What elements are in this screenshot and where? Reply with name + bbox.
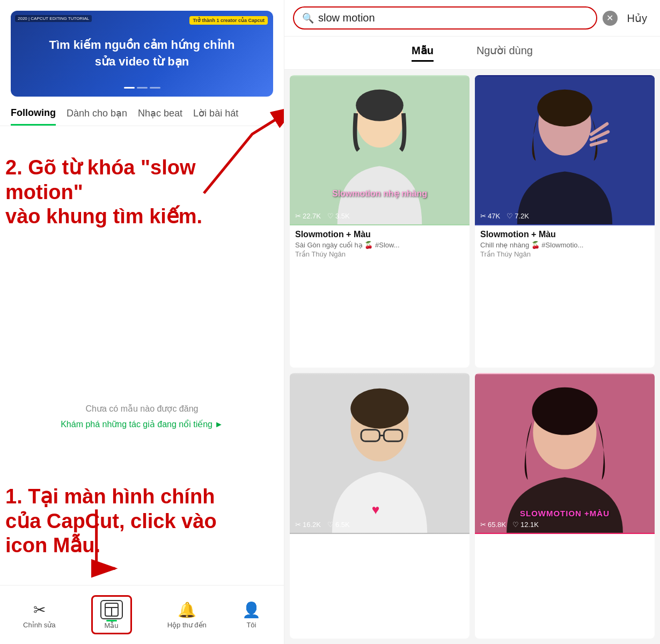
- clear-button[interactable]: ✕: [603, 11, 618, 26]
- banner-badge: Trở thành 1 creator của Capcut: [189, 16, 268, 25]
- empty-text: Chưa có mẫu nào được đăng: [0, 404, 284, 414]
- nav-mau[interactable]: Mẫu: [91, 595, 132, 634]
- tab-danh-cho-ban[interactable]: Dành cho bạn: [67, 107, 127, 126]
- nav-chinh-sua[interactable]: ✂ Chỉnh sửa: [23, 601, 55, 629]
- card4-overlay: SLOWMOTION +MÀU: [520, 509, 610, 518]
- card3-stat1: ✂16.2K: [295, 521, 321, 529]
- card1-info: Slowmotion + Màu Sài Gòn ngày cuối hạ 🍒 …: [290, 225, 470, 262]
- svg-point-20: [532, 387, 597, 435]
- cat-tab-mau[interactable]: Mẫu: [412, 44, 434, 62]
- banner-dashes: [124, 87, 160, 89]
- right-panel: 🔍 slow motion ✕ Hủy Mẫu Người dùng: [284, 0, 660, 644]
- main-tabs: Following Dành cho bạn Nhạc beat Lời bài…: [0, 107, 284, 126]
- svg-point-10: [537, 90, 592, 127]
- cancel-button[interactable]: Hủy: [623, 12, 651, 25]
- result-card-3[interactable]: ♥ ✂16.2K ♡6.5K: [290, 373, 470, 639]
- card2-stat2: ♡7.2K: [507, 212, 529, 220]
- card1-stats: ✂22.7K ♡3.5K: [295, 212, 350, 220]
- search-icon: 🔍: [302, 12, 314, 24]
- nav-mau-label: Mẫu: [105, 621, 119, 630]
- left-panel: 2020 | CAPCUT EDITING TUTORIAL Tìm kiếm …: [0, 0, 284, 644]
- card4-stat1: ✂65.8K: [480, 521, 506, 529]
- bell-icon: 🔔: [178, 601, 196, 619]
- card2-desc: Chill nhẹ nhàng 🍒 #Slowmotio...: [480, 241, 649, 249]
- search-input-wrap[interactable]: 🔍 slow motion: [293, 6, 597, 30]
- nav-chinh-sua-label: Chỉnh sửa: [23, 621, 55, 629]
- result-card-4[interactable]: SLOWMOTION +MÀU ✂65.8K ♡12.1K: [475, 373, 655, 639]
- nav-toi[interactable]: 👤 Tôi: [242, 601, 261, 629]
- scissors-icon: ✂: [33, 601, 46, 619]
- bottom-nav: ✂ Chỉnh sửa Mẫu 🔔 Hộp thư đến 👤 Tôi: [0, 585, 284, 644]
- card3-stat2: ♡6.5K: [327, 521, 350, 529]
- card4-stat2: ♡12.1K: [512, 521, 539, 529]
- card1-stat2: ♡3.5K: [327, 212, 350, 220]
- card3-stats: ✂16.2K ♡6.5K: [295, 521, 350, 529]
- card2-author: Trần Thúy Ngân: [480, 250, 649, 258]
- card-thumb-1: Slowmotion nhẹ nhàng ✂22.7K ♡3.5K: [290, 75, 470, 225]
- template-icon: [100, 600, 123, 619]
- card4-stats: ✂65.8K ♡12.1K: [480, 521, 539, 529]
- svg-text:♥: ♥: [372, 502, 380, 517]
- banner-text: Tìm kiếm nguồn cảm hứng chỉnh sửa video …: [39, 32, 246, 76]
- nav-toi-label: Tôi: [246, 621, 256, 629]
- card1-stat1: ✂22.7K: [295, 212, 321, 220]
- card-thumb-3: ♥ ✂16.2K ♡6.5K: [290, 373, 470, 534]
- results-grid: Slowmotion nhẹ nhàng ✂22.7K ♡3.5K Slowmo…: [284, 70, 660, 644]
- explore-link[interactable]: Khám phá những tác giả đang nổi tiếng ►: [0, 419, 284, 429]
- search-bar: 🔍 slow motion ✕ Hủy: [284, 0, 660, 36]
- cat-tab-nguoi-dung[interactable]: Người dùng: [476, 44, 533, 62]
- empty-state: Chưa có mẫu nào được đăng Khám phá những…: [0, 404, 284, 429]
- user-icon: 👤: [242, 601, 261, 619]
- tab-nhac-beat[interactable]: Nhạc beat: [138, 107, 182, 126]
- result-card-1[interactable]: Slowmotion nhẹ nhàng ✂22.7K ♡3.5K Slowmo…: [290, 75, 470, 368]
- tab-loi-bai-hat[interactable]: Lời bài hát: [193, 107, 238, 126]
- search-input[interactable]: slow motion: [318, 12, 588, 24]
- tab-following[interactable]: Following: [11, 107, 56, 126]
- card1-title: Slowmotion + Màu: [295, 230, 464, 239]
- instruction-1: 1. Tại màn hình chính của CapCut, click …: [5, 485, 278, 558]
- card2-stat1: ✂47K: [480, 212, 500, 220]
- instruction-2: 2. Gõ từ khóa "slow motion" vào khung tì…: [5, 156, 278, 229]
- category-tabs: Mẫu Người dùng: [284, 36, 660, 70]
- banner-label: 2020 | CAPCUT EDITING TUTORIAL: [15, 15, 92, 22]
- card1-overlay: Slowmotion nhẹ nhàng: [332, 188, 427, 199]
- card2-stats: ✂47K ♡7.2K: [480, 212, 529, 220]
- nav-hop-thu[interactable]: 🔔 Hộp thư đến: [167, 601, 207, 629]
- nav-hop-thu-label: Hộp thư đến: [167, 621, 207, 629]
- svg-point-13: [350, 388, 408, 428]
- svg-point-7: [356, 90, 404, 121]
- result-card-2[interactable]: ✂47K ♡7.2K Slowmotion + Màu Chill nhẹ nh…: [475, 75, 655, 368]
- card2-title: Slowmotion + Màu: [480, 230, 649, 239]
- card-thumb-2: ✂47K ♡7.2K: [475, 75, 655, 225]
- card-thumb-4: SLOWMOTION +MÀU ✂65.8K ♡12.1K: [475, 373, 655, 534]
- banner: 2020 | CAPCUT EDITING TUTORIAL Tìm kiếm …: [11, 11, 273, 97]
- card1-author: Trần Thúy Ngân: [295, 250, 464, 258]
- card1-desc: Sài Gòn ngày cuối hạ 🍒 #Slow...: [295, 241, 464, 249]
- card2-info: Slowmotion + Màu Chill nhẹ nhàng 🍒 #Slow…: [475, 225, 655, 262]
